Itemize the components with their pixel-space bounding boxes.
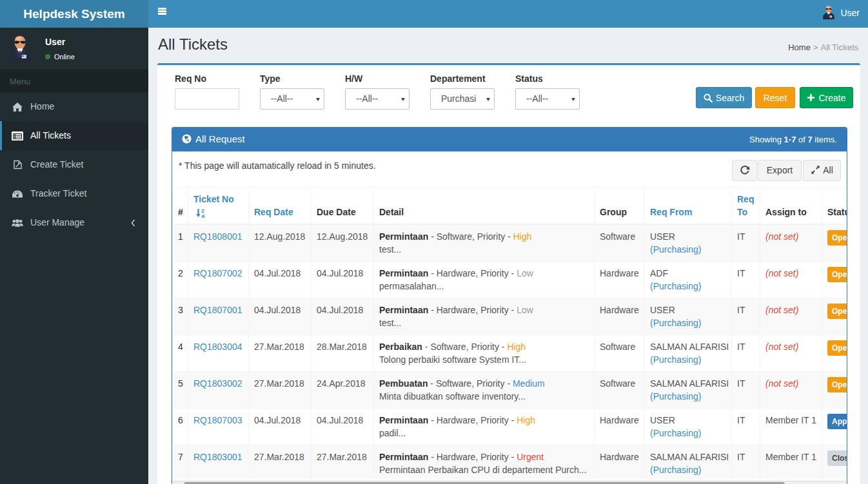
svg-text:A: A [201, 213, 205, 218]
